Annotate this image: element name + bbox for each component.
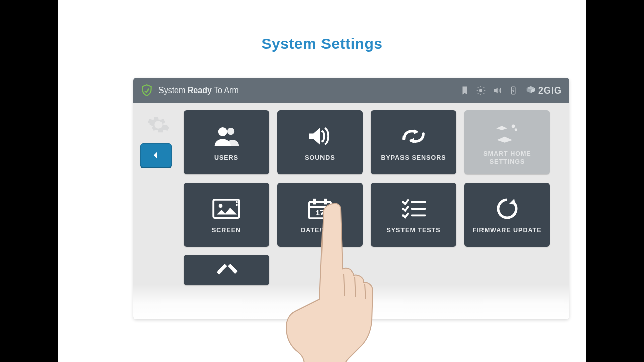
power-icon[interactable] [509, 86, 518, 95]
tiles-grid: USERS SOUNDS BYPASS SENSORS SMART HOME S… [184, 110, 562, 285]
svg-line-5 [478, 87, 479, 88]
checklist-icon [401, 195, 426, 223]
calendar-icon: 17 [307, 195, 333, 223]
brand-logo: 2GIG [525, 85, 562, 96]
screen-icon [212, 195, 241, 223]
tile-users[interactable]: USERS [184, 110, 269, 174]
svg-point-17 [236, 204, 238, 206]
volume-icon[interactable] [493, 86, 502, 95]
svg-text:17: 17 [315, 209, 324, 217]
svg-point-13 [515, 129, 517, 131]
tile-label: SCREEN [212, 227, 241, 235]
tile-partial[interactable] [184, 255, 269, 285]
refresh-icon [495, 195, 519, 223]
svg-line-7 [478, 93, 479, 94]
tile-label: SYSTEM TESTS [386, 227, 440, 235]
tile-label: FIRMWARE UPDATE [473, 227, 542, 235]
page-title: System Settings [58, 35, 586, 52]
back-button[interactable] [140, 143, 172, 167]
svg-rect-14 [213, 200, 239, 218]
tile-smart-home: SMART HOME SETTINGS [464, 110, 550, 174]
tile-date-time[interactable]: 17 DATE/TIME [277, 183, 363, 247]
tile-label: BYPASS SENSORS [381, 154, 446, 162]
settings-panel: System Ready To Arm 2GIG [133, 78, 569, 319]
svg-rect-21 [324, 199, 327, 205]
svg-line-6 [483, 93, 484, 94]
status-bar: System Ready To Arm 2GIG [133, 78, 569, 103]
bookmark-icon[interactable] [460, 86, 469, 95]
smart-home-icon [494, 118, 520, 146]
brightness-icon[interactable] [476, 86, 486, 95]
svg-point-11 [227, 128, 234, 135]
tile-label: USERS [214, 154, 238, 162]
tile-label: SMART HOME SETTINGS [464, 150, 550, 166]
svg-point-15 [219, 204, 223, 208]
svg-rect-20 [313, 199, 316, 205]
svg-point-0 [479, 89, 482, 92]
tools-icon [214, 258, 239, 278]
users-icon [213, 122, 240, 150]
tile-label: DATE/TIME [301, 227, 339, 235]
svg-point-16 [236, 201, 238, 203]
gear-icon [147, 113, 170, 136]
sound-icon [306, 122, 334, 150]
shield-icon [140, 84, 153, 97]
svg-point-10 [218, 127, 227, 136]
tile-sounds[interactable]: SOUNDS [277, 110, 363, 174]
tile-screen[interactable]: SCREEN [184, 183, 269, 247]
tile-firmware-update[interactable]: FIRMWARE UPDATE [464, 183, 550, 247]
tile-bypass-sensors[interactable]: BYPASS SENSORS [371, 110, 456, 174]
bypass-icon [400, 122, 427, 150]
status-text: System Ready To Arm [158, 86, 239, 95]
svg-line-8 [483, 87, 484, 88]
tile-system-tests[interactable]: SYSTEM TESTS [371, 183, 456, 247]
bottom-fade [133, 284, 569, 319]
svg-point-12 [512, 125, 515, 128]
tile-label: SOUNDS [305, 154, 335, 162]
